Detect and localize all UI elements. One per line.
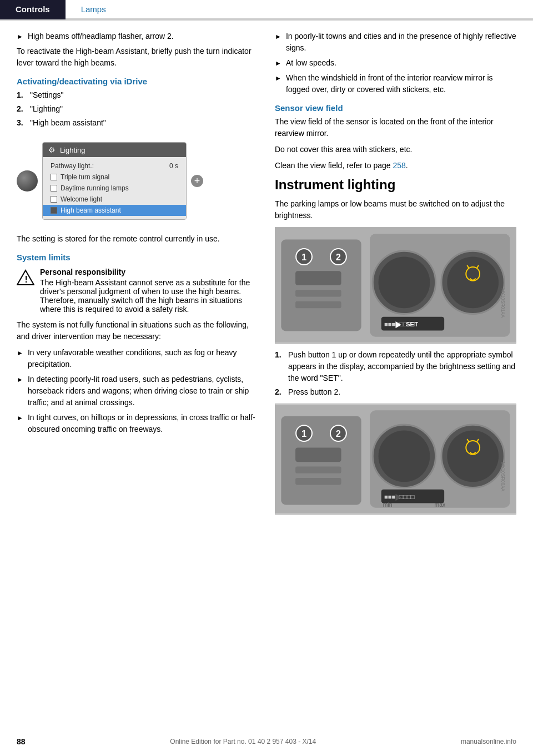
idrive-row-daytime[interactable]: Daytime running lamps <box>43 183 186 194</box>
svg-rect-30 <box>295 447 341 462</box>
bullet-arrow-icon-1: ► <box>17 348 23 358</box>
right-bullet-3: ► When the windshield in front of the in… <box>275 72 516 95</box>
page-number: 88 <box>17 737 26 746</box>
instrument-steps: 1. Push button 1 up or down repeatedly u… <box>275 349 516 398</box>
idrive-plus-button[interactable]: + <box>191 175 203 187</box>
sensor-p2: Do not cover this area with stickers, et… <box>275 144 516 155</box>
warning-box: ! Personal responsibility The High-beam … <box>17 268 258 314</box>
highbeam-label: High beam assistant <box>61 206 178 214</box>
daytime-label: Daytime running lamps <box>61 184 178 192</box>
instrument-svg-2: 1 2 <box>275 404 516 514</box>
sensor-p1: The view field of the sensor is located … <box>275 116 516 139</box>
warning-content: Personal responsibility The High-beam As… <box>40 268 258 314</box>
step-1: 1. "Settings" <box>17 89 258 101</box>
instrument-svg-1: 1 2 <box>275 228 516 343</box>
idrive-plus-area: + <box>191 175 203 187</box>
idrive-row-welcome[interactable]: Welcome light <box>43 194 186 205</box>
svg-point-35 <box>379 430 430 482</box>
svg-point-15 <box>447 256 499 308</box>
warning-body: The High-beam Assistant cannot serve as … <box>40 278 250 314</box>
instrument-lighting-heading: Instrument lighting <box>275 177 516 193</box>
idrive-row-triple[interactable]: Triple turn signal <box>43 172 186 183</box>
bullet-arrow-r1-icon: ► <box>275 32 281 42</box>
instr-step-2: 2. Press button 2. <box>275 386 516 398</box>
left-column: ► High beams off/headlamp flasher, arrow… <box>17 31 258 520</box>
section-idrive-heading: Activating/deactivating via iDrive <box>17 77 258 86</box>
svg-point-37 <box>447 430 499 482</box>
instrument-p1: The parking lamps or low beams must be s… <box>275 198 516 221</box>
reactivate-para: To reactivate the High-beam Assistant, b… <box>17 46 258 69</box>
idrive-wrapper: ⚙ Lighting Pathway light.: 0 s Triple tu… <box>17 135 258 226</box>
pathway-label: Pathway light.: <box>51 162 169 170</box>
svg-point-13 <box>379 256 430 308</box>
page-link-258[interactable]: 258 <box>393 161 405 170</box>
right-column: ► In poorly-lit towns and cities and in … <box>275 31 516 520</box>
right-bullet-1: ► In poorly-lit towns and cities and in … <box>275 31 516 54</box>
svg-rect-8 <box>295 271 341 285</box>
section-sensor-heading: Sensor view field <box>275 103 516 113</box>
svg-text:MY10SR00AA: MY10SR00AA <box>500 462 505 492</box>
instrument-image-2: 1 2 <box>275 404 516 515</box>
footer-watermark: manualsonline.info <box>461 738 516 745</box>
system-bullet-2: ► In detecting poorly-lit road users, su… <box>17 374 258 409</box>
checkbox-highbeam[interactable] <box>51 207 57 214</box>
svg-text:SET: SET <box>406 321 418 327</box>
svg-rect-10 <box>295 301 341 308</box>
idrive-screen: ⚙ Lighting Pathway light.: 0 s Triple tu… <box>42 142 187 220</box>
bullet-arrow-r3-icon: ► <box>275 73 281 83</box>
checkbox-welcome[interactable] <box>51 196 57 203</box>
warning-title: Personal responsibility <box>40 268 258 276</box>
bullet-arrow-icon-2: ► <box>17 375 23 385</box>
idrive-steps: 1. "Settings" 2. "Lighting" 3. "High bea… <box>17 89 258 129</box>
svg-rect-9 <box>295 290 341 296</box>
step-3: 3. "High beam assistant" <box>17 117 258 129</box>
idrive-title-label: Lighting <box>60 146 86 154</box>
checkbox-triple[interactable] <box>51 174 57 180</box>
header-tabs: Controls Lamps <box>0 0 533 21</box>
idrive-settings-icon: ⚙ <box>48 145 56 154</box>
idrive-body: Pathway light.: 0 s Triple turn signal D… <box>43 157 186 219</box>
main-content: ► High beams off/headlamp flasher, arrow… <box>0 21 533 537</box>
svg-text:min: min <box>383 502 393 508</box>
triple-label: Triple turn signal <box>61 173 178 181</box>
idrive-row-highbeam[interactable]: High beam assistant <box>43 205 186 216</box>
system-bullet-3: ► In tight curves, on hilltops or in dep… <box>17 412 258 435</box>
bullet-arrow-icon: ► <box>17 32 23 42</box>
idrive-row-pathway[interactable]: Pathway light.: 0 s <box>43 160 186 172</box>
svg-text:1: 1 <box>301 252 306 262</box>
footer-copyright: Online Edition for Part no. 01 40 2 957 … <box>170 738 316 745</box>
idrive-titlebar: ⚙ Lighting <box>43 143 186 157</box>
tab-controls[interactable]: Controls <box>0 0 66 19</box>
warning-triangle-icon: ! <box>17 269 34 286</box>
pathway-val: 0 s <box>169 162 178 170</box>
sensor-p3: Clean the view field, refer to page 258. <box>275 160 516 172</box>
bullet-arrow-r2-icon: ► <box>275 58 281 68</box>
welcome-label: Welcome light <box>61 195 178 203</box>
instrument-image-1: 1 2 <box>275 227 516 344</box>
right-bullet-2: ► At low speeds. <box>275 57 516 69</box>
svg-text:1: 1 <box>301 429 306 439</box>
bullet-arrow-icon-3: ► <box>17 413 23 423</box>
checkbox-daytime[interactable] <box>51 185 57 191</box>
svg-rect-31 <box>295 466 341 473</box>
tab-lamps[interactable]: Lamps <box>66 0 122 19</box>
idrive-knob[interactable] <box>17 170 38 191</box>
instr-step-1: 1. Push button 1 up or down repeatedly u… <box>275 349 516 384</box>
system-bullet-1: ► In very unfavorable weather conditions… <box>17 347 258 370</box>
svg-text:2: 2 <box>336 429 341 439</box>
section-system-heading: System limits <box>17 253 258 262</box>
step-2: 2. "Lighting" <box>17 103 258 115</box>
svg-rect-32 <box>295 478 341 485</box>
bullet-high-beams: ► High beams off/headlamp flasher, arrow… <box>17 31 258 42</box>
svg-text:max: max <box>435 502 446 508</box>
svg-text:MY10SR01AA: MY10SR01AA <box>500 288 505 318</box>
svg-text:!: ! <box>25 275 28 284</box>
setting-stored-para: The setting is stored for the remote con… <box>17 233 258 245</box>
page-footer: 88 Online Edition for Part no. 01 40 2 9… <box>0 737 533 746</box>
system-para: The system is not fully functional in si… <box>17 319 258 342</box>
svg-text:2: 2 <box>336 252 341 262</box>
